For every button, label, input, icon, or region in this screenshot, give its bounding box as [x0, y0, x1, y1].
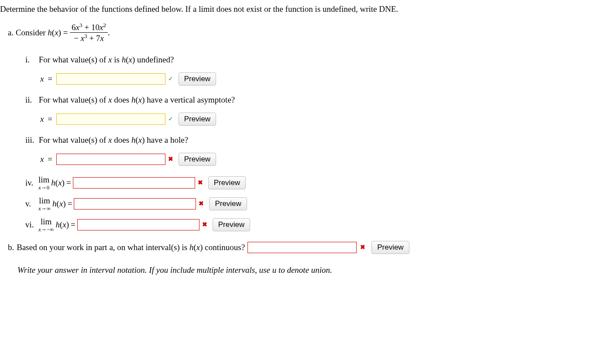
preview-button-b[interactable]: Preview: [371, 241, 409, 254]
question-vi: vi. lim x→−∞ h(x) = ✖ Preview: [25, 217, 598, 232]
question-ii: ii. For what value(s) of x does h(x) hav…: [25, 95, 598, 126]
hint-text: Write your answer in interval notation. …: [17, 265, 598, 275]
question-iv: iv. lim x→0 h(x) = ✖ Preview: [25, 175, 598, 190]
limit-v: lim x→∞: [38, 196, 51, 211]
part-b-text: Based on your work in part a, on what in…: [17, 243, 245, 252]
limit-vi: lim x→−∞: [38, 217, 54, 232]
limit-iv: lim x→0: [38, 175, 49, 190]
cross-icon: ✖: [168, 155, 173, 163]
question-i: i. For what value(s) of x is h(x) undefi…: [25, 55, 598, 86]
intro-text: Determine the behavior of the functions …: [0, 4, 598, 14]
part-a-header: a. Consider h(x) = 6x3 + 10x2 − x3 + 7x …: [8, 22, 598, 44]
check-icon: ✓: [168, 75, 173, 82]
func-name: h: [48, 28, 52, 38]
input-i[interactable]: [56, 73, 165, 85]
input-iv[interactable]: [73, 177, 195, 189]
preview-button-ii[interactable]: Preview: [179, 113, 216, 126]
input-vi[interactable]: [77, 219, 199, 230]
cross-icon: ✖: [360, 244, 365, 251]
preview-button-v[interactable]: Preview: [209, 197, 247, 210]
period: .: [108, 28, 110, 38]
cross-icon: ✖: [202, 221, 207, 228]
question-v: v. lim x→∞ h(x) = ✖ Preview: [25, 196, 598, 211]
part-a-label: a.: [8, 28, 14, 38]
preview-button-iv[interactable]: Preview: [208, 176, 246, 189]
roman-iii: iii.: [25, 135, 37, 145]
part-b: b. Based on your work in part a, on what…: [8, 241, 598, 254]
cross-icon: ✖: [199, 200, 204, 207]
fraction: 6x3 + 10x2 − x3 + 7x: [70, 22, 108, 44]
input-iii[interactable]: [56, 154, 165, 165]
roman-ii: ii.: [25, 95, 37, 105]
roman-i: i.: [25, 55, 37, 65]
cross-icon: ✖: [198, 179, 203, 186]
prefix-ii: x: [40, 114, 44, 124]
question-iii: iii. For what value(s) of x does h(x) ha…: [25, 135, 598, 166]
part-a-lead: Consider: [16, 28, 46, 38]
input-ii[interactable]: [56, 113, 165, 125]
roman-v: v.: [25, 199, 37, 209]
preview-button-i[interactable]: Preview: [179, 72, 216, 86]
input-v[interactable]: [74, 198, 196, 209]
prefix-i: x: [40, 74, 44, 84]
prefix-iii: x: [40, 155, 44, 164]
roman-iv: iv.: [25, 178, 37, 188]
input-b[interactable]: [247, 242, 357, 253]
preview-button-iii[interactable]: Preview: [179, 153, 216, 166]
preview-button-vi[interactable]: Preview: [213, 218, 250, 231]
check-icon: ✓: [168, 115, 173, 123]
roman-vi: vi.: [25, 220, 37, 230]
part-b-label: b.: [8, 243, 14, 252]
